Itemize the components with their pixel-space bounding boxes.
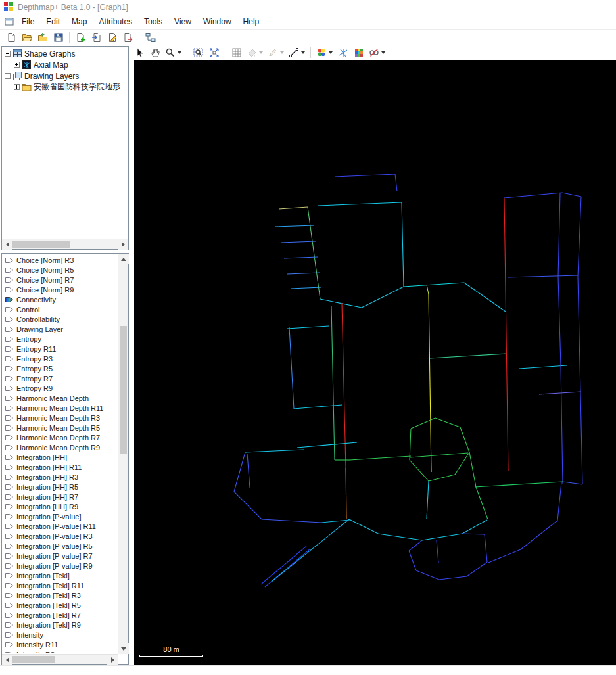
axial-line[interactable] [422,534,462,540]
attribute-item[interactable]: Harmonic Mean Depth R7 [3,432,118,442]
expand-icon[interactable] [14,84,20,90]
attribute-item[interactable]: Integration [Tekl] [3,570,118,580]
scroll-left-button[interactable] [2,239,12,250]
menu-view[interactable]: View [168,16,197,28]
expand-icon[interactable] [14,62,20,68]
axial-line[interactable] [578,277,580,393]
axial-line[interactable] [469,452,476,487]
attribute-item[interactable]: Choice [Norm] R9 [3,285,118,294]
attribute-hscrollbar[interactable] [2,654,118,664]
attribute-vscrollbar[interactable] [118,254,128,654]
scroll-right-button[interactable] [118,239,128,250]
zoom-window-button[interactable] [191,46,206,60]
attribute-item[interactable]: Integration [HH] R3 [3,472,118,482]
attribute-item[interactable]: Integration [P-value] R3 [3,531,118,541]
scrollbar-thumb[interactable] [120,326,127,454]
save-file-button[interactable] [51,30,66,44]
attribute-item[interactable]: Integration [P-value] R11 [3,521,118,531]
edit-map-button[interactable] [105,30,120,44]
axial-line[interactable] [430,354,506,358]
line-button[interactable] [287,46,307,60]
axial-line[interactable] [464,283,506,312]
pan-button[interactable] [147,46,162,60]
axial-line[interactable] [349,519,378,534]
axial-line[interactable] [395,174,397,191]
menu-window[interactable]: Window [197,16,237,28]
axial-line[interactable] [272,519,349,582]
scrollbar-track[interactable] [12,239,118,249]
axial-line[interactable] [539,392,581,394]
axial-line[interactable] [294,405,342,409]
axial-line[interactable] [410,453,468,457]
axial-line[interactable] [562,193,581,197]
color-matrix-button[interactable] [351,46,366,60]
axial-line[interactable] [409,540,422,551]
tree-item-drawing-layers[interactable]: Drawing Layers [2,70,128,81]
scrollbar-thumb[interactable] [12,241,70,248]
menu-map[interactable]: Map [66,16,93,28]
link-map-button[interactable] [143,30,158,44]
import-map-button[interactable] [89,30,104,44]
axial-line[interactable] [410,460,429,481]
axial-line[interactable] [308,207,320,299]
axial-line[interactable] [455,452,469,475]
scrollbar-track[interactable] [12,655,107,664]
export-map-button[interactable] [120,30,135,44]
attribute-item[interactable]: Integration [HH] R7 [3,492,118,501]
axial-line[interactable] [281,241,316,243]
attribute-item[interactable]: Integration [HH] R9 [3,501,118,511]
axial-line[interactable] [467,562,487,576]
axial-line[interactable] [462,534,485,534]
axial-line[interactable] [409,551,416,570]
axial-line[interactable] [331,306,335,460]
attribute-item[interactable]: Entropy R3 [3,354,118,363]
axial-line[interactable] [291,287,321,289]
tree-hscrollbar[interactable] [2,239,128,249]
axial-line[interactable] [378,534,422,540]
axial-line[interactable] [504,198,508,471]
attribute-item[interactable]: Harmonic Mean Depth R9 [3,442,118,452]
collapse-icon[interactable] [5,51,11,57]
axial-line[interactable] [578,197,581,277]
open-file-button[interactable] [19,30,34,44]
axial-line[interactable] [297,442,357,448]
axial-line[interactable] [558,193,560,277]
attribute-item[interactable]: Controllability [3,314,118,324]
attribute-item[interactable]: Entropy R5 [3,363,118,373]
add-map-button[interactable] [73,30,88,44]
axial-line[interactable] [284,257,318,258]
axial-tool-button[interactable] [335,46,350,60]
scroll-right-button[interactable] [107,655,118,665]
attribute-item[interactable]: Integration [P-value] R7 [3,551,118,561]
menu-tools[interactable]: Tools [138,16,168,28]
axial-line[interactable] [289,327,294,409]
fit-extent-button[interactable] [206,46,222,60]
axial-line[interactable] [245,450,304,452]
axial-line[interactable] [247,454,250,488]
unlink-button[interactable] [367,46,387,60]
import-file-button[interactable] [35,30,50,44]
axial-line[interactable] [234,452,245,492]
collapse-icon[interactable] [5,73,11,79]
scroll-up-button[interactable] [118,254,129,264]
axial-line[interactable] [411,418,435,429]
axial-line[interactable] [287,326,329,329]
axial-line[interactable] [519,365,567,369]
dropdown-arrow-icon[interactable] [381,51,385,54]
attribute-item[interactable]: Harmonic Mean Depth R11 [3,403,118,413]
tree-item-axial-map[interactable]: Axial Map [2,59,128,70]
axial-line[interactable] [508,275,578,277]
attribute-item[interactable]: Integration [Tekl] R5 [3,600,118,610]
axial-line[interactable] [410,429,411,460]
axial-line[interactable] [234,492,262,519]
attribute-item[interactable]: Integration [P-value] R5 [3,541,118,551]
attribute-item-selected[interactable]: Connectivity [3,294,118,304]
scroll-down-button[interactable] [118,643,129,654]
attribute-item[interactable]: Integration [P-value] [3,511,118,521]
axial-line[interactable] [439,576,467,580]
attribute-item[interactable]: Entropy R7 [3,373,118,383]
attribute-item[interactable]: Integration [Tekl] R9 [3,620,118,630]
axial-line[interactable] [460,427,469,452]
axial-line[interactable] [475,482,563,487]
attribute-item[interactable]: Integration [HH] [3,452,118,462]
